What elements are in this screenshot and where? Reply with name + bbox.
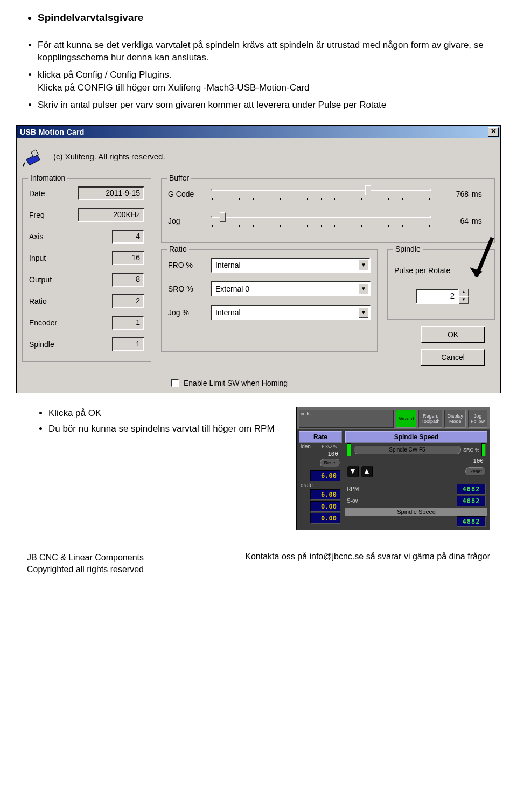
- rpm-dro: 4882: [457, 484, 486, 495]
- bullet-rpm: Du bör nu kunna se spindelns varvtal til…: [48, 422, 280, 435]
- fro-label: FRO %: [168, 261, 211, 269]
- info-legend: Infomation: [28, 173, 67, 182]
- gcode-value: 768: [436, 190, 469, 198]
- spindle-plus-button[interactable]: ▲: [361, 466, 373, 477]
- fro-select[interactable]: Internal▼: [211, 258, 371, 273]
- freq-field: 200KHz: [78, 208, 144, 222]
- ok-button[interactable]: OK: [421, 326, 485, 343]
- imits-fragment: imits: [299, 410, 394, 428]
- jog-follow-button[interactable]: JogFollow: [468, 410, 487, 428]
- dro-1: 6.00: [310, 470, 340, 481]
- regen-toolpath-button[interactable]: Regen.Toolpath: [418, 410, 442, 428]
- dialog-titlebar: USB Motion Card ✕: [17, 126, 500, 138]
- jog-value: 64: [436, 217, 469, 225]
- spindle-minus-button[interactable]: ▼: [347, 466, 359, 477]
- dialog-title: USB Motion Card: [20, 128, 488, 136]
- spindle-group: Spindle Pulse per Rotate 2 ▲ ▼: [387, 249, 495, 320]
- fro-value: 100: [325, 450, 340, 457]
- spindle-speed-header: Spindle Speed: [345, 431, 487, 443]
- spindle-label: Spindle: [29, 340, 78, 349]
- sro-select[interactable]: External 0▼: [211, 281, 371, 296]
- sov-dro: 4882: [457, 496, 486, 506]
- freq-label: Freq: [29, 211, 78, 219]
- output-field: 8: [112, 273, 144, 287]
- sro-reset-button[interactable]: Reset: [465, 467, 486, 476]
- svg-line-2: [23, 163, 25, 167]
- ppr-label: Pulse per Rotate: [394, 266, 488, 275]
- input-field: 16: [112, 251, 144, 265]
- footer-contact: Kontakta oss på info@jbcnc.se så svarar …: [245, 552, 490, 576]
- ratio-label: Ratio: [29, 297, 78, 306]
- output-label: Output: [29, 275, 78, 284]
- jog-unit: ms: [472, 217, 488, 225]
- ppr-input[interactable]: 2: [416, 289, 459, 304]
- bullet-ok: Klicka på OK: [48, 407, 280, 420]
- chevron-down-icon: ▼: [359, 307, 368, 318]
- spindle-speed-dro: 4882: [457, 516, 486, 527]
- cancel-button[interactable]: Cancel: [421, 349, 485, 366]
- sro-label: SRO %: [168, 284, 211, 293]
- usb-icon: [22, 146, 44, 168]
- enable-limit-checkbox[interactable]: [171, 379, 179, 387]
- gcode-unit: ms: [472, 190, 488, 198]
- bullet-2: klicka på Config / Config Plugins. Klick…: [38, 68, 490, 94]
- lden-label: lden: [301, 443, 319, 449]
- doc-heading: Spindelvarvtalsgivare: [38, 11, 490, 25]
- ppr-up-button[interactable]: ▲: [459, 289, 469, 296]
- dro-2: 6.00: [310, 489, 340, 500]
- bullet-1: För att kunna se det verkliga varvtalet …: [38, 39, 490, 65]
- drate-label: drate: [301, 482, 340, 488]
- ratio-legend: Ratio: [167, 245, 189, 253]
- enable-limit-label: Enable Limit SW when Homing: [184, 379, 288, 387]
- ratio-group: Ratio FRO % Internal▼ SRO % External 0▼ …: [161, 249, 378, 352]
- jogpct-label: Jog %: [168, 308, 211, 317]
- jog-label: Jog: [168, 217, 211, 225]
- spindle-led-left: [347, 443, 351, 456]
- gcode-label: G Code: [168, 190, 211, 198]
- footer-copyright: Copyrighted all rights reserved: [27, 564, 144, 575]
- axis-field: 4: [112, 230, 144, 244]
- spindle-legend: Spindle: [393, 245, 423, 253]
- rpm-label: RPM: [347, 486, 455, 492]
- information-group: Infomation Date2011-9-15 Freq200KHz Axis…: [22, 178, 151, 362]
- ratio-field: 2: [112, 294, 144, 308]
- date-field: 2011-9-15: [78, 186, 144, 200]
- chevron-down-icon: ▼: [359, 283, 368, 294]
- spindle-field: 1: [112, 337, 144, 351]
- dro-4: 0.00: [310, 513, 340, 524]
- encoder-field: 1: [112, 316, 144, 330]
- bullet-3: Skriv in antal pulser per varv som givar…: [38, 99, 490, 112]
- sro-label: SRO %: [463, 447, 479, 453]
- sro-value: 100: [471, 457, 486, 464]
- input-label: Input: [29, 254, 78, 262]
- copyright-text: (c) Xulifeng. All rights reserved.: [53, 152, 165, 161]
- dialog-close-button[interactable]: ✕: [488, 127, 499, 137]
- wizard-button[interactable]: Wizard: [396, 410, 416, 428]
- footer-company: JB CNC & Linear Components: [27, 552, 144, 564]
- sov-label: S-ov: [347, 498, 455, 504]
- arrow-annotation-icon: [460, 235, 498, 289]
- fro-reset-button[interactable]: Reset: [320, 459, 340, 467]
- spindle-led-right: [481, 443, 486, 456]
- buffer-legend: Buffer: [167, 173, 191, 182]
- jogpct-select[interactable]: Internal▼: [211, 305, 371, 320]
- encoder-label: Encoder: [29, 318, 78, 327]
- date-label: Date: [29, 189, 78, 198]
- dro-3: 0.00: [310, 501, 340, 512]
- gcode-slider[interactable]: [211, 186, 431, 202]
- mach3-panel: imits Wizard Regen.Toolpath DisplayMode …: [296, 407, 490, 530]
- chevron-down-icon: ▼: [359, 260, 368, 270]
- axis-label: Axis: [29, 232, 78, 241]
- spindle-speed-strip: Spindle Speed: [345, 508, 487, 516]
- display-mode-button[interactable]: DisplayMode: [444, 410, 466, 428]
- ppr-down-button[interactable]: ▼: [459, 296, 469, 304]
- buffer-group: Buffer G Code 768 ms Jog: [161, 178, 495, 243]
- jog-slider[interactable]: [211, 213, 431, 228]
- usb-motion-card-dialog: USB Motion Card ✕ (c) Xulifeng. All righ…: [16, 125, 501, 393]
- spindle-cw-button[interactable]: Spindle CW F5: [353, 445, 461, 454]
- fro-label: FRO %: [322, 443, 340, 449]
- rate-header: Rate: [299, 431, 342, 443]
